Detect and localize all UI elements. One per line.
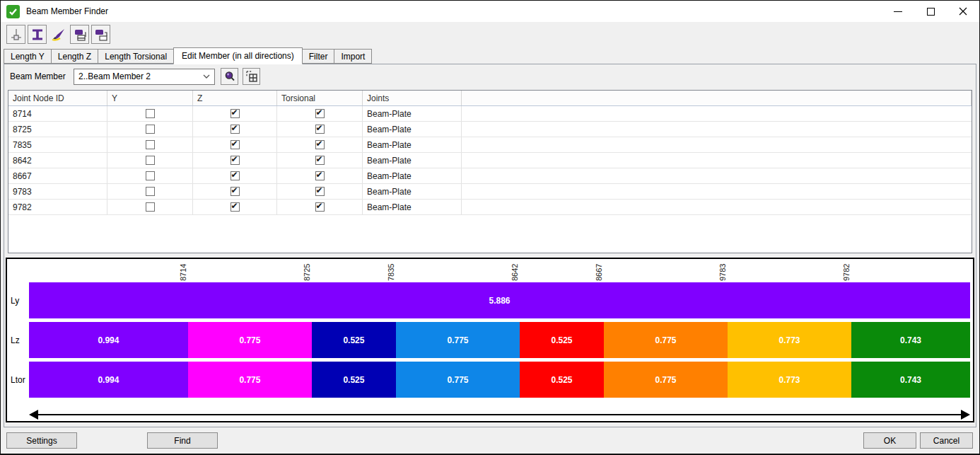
- joints-cell: Beam-Plate: [363, 153, 462, 168]
- filler-cell: [462, 137, 972, 152]
- filler-cell: [462, 106, 972, 121]
- torsional-cell: [277, 168, 363, 183]
- table-row[interactable]: 8725Beam-Plate: [8, 122, 972, 137]
- beam-member-selected-value: 2..Beam Member 2: [78, 71, 203, 81]
- table-row[interactable]: 8642Beam-Plate: [8, 153, 972, 168]
- table-row[interactable]: 8714Beam-Plate: [8, 106, 972, 122]
- app-check-icon: [6, 5, 20, 18]
- column-header-torsional[interactable]: Torsional: [277, 91, 363, 105]
- node-tool-icon: [8, 27, 24, 42]
- settings-button[interactable]: Settings: [6, 432, 77, 449]
- checkbox-torsional[interactable]: [315, 140, 325, 149]
- joints-cell: Beam-Plate: [363, 168, 462, 183]
- copy-stack-tool-button[interactable]: [70, 25, 89, 44]
- bar-ltor: 0.9940.7750.5250.7750.5250.7750.7730.743: [29, 362, 970, 398]
- tab-import[interactable]: Import: [334, 49, 372, 64]
- checkbox-y[interactable]: [146, 187, 155, 196]
- bar-segment: 0.994: [29, 362, 188, 398]
- checkbox-z[interactable]: [231, 156, 240, 165]
- bar-row-ltor: Ltor0.9940.7750.5250.7750.5250.7750.7730…: [7, 362, 970, 398]
- checkbox-z[interactable]: [231, 202, 240, 212]
- column-header-filler: [462, 91, 972, 105]
- node-label: 8642: [511, 264, 520, 281]
- maximize-button[interactable]: [914, 1, 947, 22]
- checkbox-y[interactable]: [146, 109, 155, 118]
- tab-length-torsional[interactable]: Length Torsional: [98, 49, 174, 64]
- joints-cell: Beam-Plate: [363, 122, 462, 137]
- y-cell: [107, 153, 193, 168]
- table-row[interactable]: 9783Beam-Plate: [8, 184, 972, 200]
- ok-button[interactable]: OK: [863, 432, 916, 449]
- z-cell: [193, 106, 277, 121]
- checkbox-torsional[interactable]: [315, 202, 325, 212]
- beam-member-select[interactable]: 2..Beam Member 2: [74, 69, 215, 85]
- torsional-cell: [277, 184, 363, 199]
- joint-node-id: 8725: [8, 122, 107, 137]
- grid-header: Joint Node IDYZTorsionalJoints: [8, 91, 972, 106]
- column-header-joints[interactable]: Joints: [363, 91, 462, 105]
- checkbox-y[interactable]: [146, 202, 155, 212]
- checkbox-torsional[interactable]: [315, 125, 325, 134]
- brush-tool-button[interactable]: [49, 25, 68, 44]
- checkbox-torsional[interactable]: [315, 109, 325, 118]
- checkbox-torsional[interactable]: [315, 187, 325, 196]
- table-row[interactable]: 9782Beam-Plate: [8, 200, 972, 215]
- column-header-joint-node-id[interactable]: Joint Node ID: [8, 91, 107, 105]
- checkbox-z[interactable]: [231, 187, 240, 196]
- chart-rows: Ly5.886Lz0.9940.7750.5250.7750.5250.7750…: [7, 282, 973, 401]
- bar-row-label: Ltor: [7, 375, 29, 385]
- joint-node-id: 8667: [8, 168, 107, 183]
- checkbox-z[interactable]: [231, 125, 240, 134]
- tab-length-y[interactable]: Length Y: [4, 49, 52, 64]
- close-button[interactable]: [947, 1, 979, 22]
- node-label: 7835: [387, 264, 396, 281]
- checkbox-y[interactable]: [146, 125, 155, 134]
- node-label: 9782: [842, 264, 851, 281]
- z-cell: [193, 168, 277, 183]
- y-cell: [107, 168, 193, 183]
- titlebar: Beam Member Finder: [1, 1, 979, 22]
- filler-cell: [462, 122, 972, 137]
- copy-offset-icon: [93, 27, 109, 42]
- checkbox-y[interactable]: [146, 171, 155, 180]
- checkbox-y[interactable]: [146, 156, 155, 165]
- tab-filter[interactable]: Filter: [302, 49, 335, 64]
- bar-row-label: Ly: [7, 296, 29, 306]
- column-header-z[interactable]: Z: [193, 91, 277, 105]
- joint-node-id: 9783: [8, 184, 107, 199]
- find-button[interactable]: Find: [147, 432, 218, 449]
- bar-segment: 0.775: [188, 322, 312, 358]
- tab-edit-member-in-all-directions[interactable]: Edit Member (in all directions): [173, 47, 303, 64]
- select-table-button[interactable]: [243, 68, 260, 85]
- bar-segment: 0.775: [396, 322, 520, 358]
- bar-segment: 0.743: [851, 322, 970, 358]
- beam-member-label: Beam Member: [10, 71, 74, 81]
- torsional-cell: [277, 106, 363, 121]
- copy-offset-tool-button[interactable]: [91, 25, 110, 44]
- torsional-cell: [277, 200, 363, 214]
- checkbox-z[interactable]: [231, 171, 240, 180]
- bar-segment: 0.743: [851, 362, 970, 398]
- search-button[interactable]: [221, 68, 238, 85]
- checkbox-z[interactable]: [231, 140, 240, 149]
- minimize-button[interactable]: [882, 1, 914, 22]
- main-panel: Beam Member 2..Beam Member 2: [4, 64, 976, 427]
- i-beam-icon: [30, 27, 45, 42]
- checkbox-y[interactable]: [146, 140, 155, 149]
- checkbox-torsional[interactable]: [315, 171, 325, 180]
- y-cell: [107, 106, 193, 121]
- checkbox-torsional[interactable]: [315, 156, 325, 165]
- table-row[interactable]: 8667Beam-Plate: [8, 168, 972, 184]
- column-header-y[interactable]: Y: [107, 91, 193, 105]
- search-icon: [223, 70, 236, 83]
- node-tool-button[interactable]: [6, 25, 25, 44]
- bar-ly: 5.886: [29, 282, 970, 318]
- table-row[interactable]: 7835Beam-Plate: [8, 137, 972, 153]
- beam-section-tool-button[interactable]: [28, 25, 47, 44]
- cancel-button[interactable]: Cancel: [920, 432, 973, 449]
- bar-segment: 0.994: [29, 322, 188, 358]
- grid-body: 8714Beam-Plate8725Beam-Plate7835Beam-Pla…: [8, 106, 972, 215]
- tab-length-z[interactable]: Length Z: [51, 49, 98, 64]
- joint-node-id: 7835: [8, 137, 107, 152]
- checkbox-z[interactable]: [231, 109, 240, 118]
